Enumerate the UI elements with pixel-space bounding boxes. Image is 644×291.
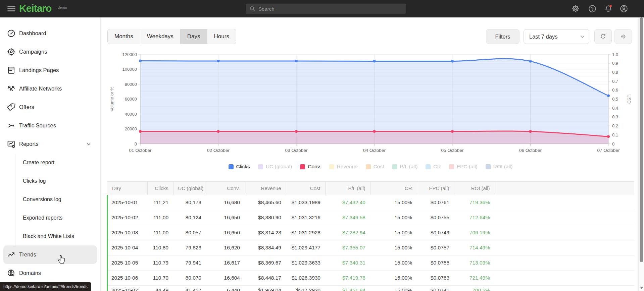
svg-text:1.0: 1.0	[612, 52, 618, 57]
sidebar-item-campaigns[interactable]: Campaigns	[0, 43, 100, 61]
scrollbar-down-arrow[interactable]	[640, 287, 643, 289]
top-bar: Keitaro demo	[0, 0, 644, 17]
logo-demo-badge: demo	[58, 5, 67, 9]
chart-settings-button[interactable]	[614, 29, 632, 44]
legend-item-uc-global[interactable]: UC (global)	[258, 164, 292, 170]
table-row: 2025-10-06110,7080,07016,604$8,448.17$1,…	[107, 271, 634, 286]
global-search[interactable]	[246, 4, 406, 14]
legend-item-revenue[interactable]: Revenue	[329, 164, 358, 170]
user-icon[interactable]	[620, 4, 628, 13]
column-header-revenue[interactable]: Revenue	[245, 182, 286, 195]
sidebar-item-landings-pages[interactable]: Landings Pages	[0, 61, 100, 79]
svg-text:06 October: 06 October	[519, 148, 542, 153]
svg-text:05 October: 05 October	[441, 148, 464, 153]
legend-label: CR	[433, 164, 441, 170]
svg-text:0.3: 0.3	[612, 114, 618, 119]
cell-cr: 15.00%	[370, 255, 417, 271]
sidebar-item-traffic-sources[interactable]: Traffic Sources	[0, 116, 100, 135]
sidebar-item-label: Exported reports	[23, 215, 62, 221]
cell-roi-all: 713.09%	[454, 255, 495, 271]
cell-cr: 15.00%	[370, 240, 417, 255]
legend-item-conv[interactable]: Conv.	[300, 164, 321, 170]
search-input[interactable]	[258, 6, 399, 12]
legend-item-p-l-all[interactable]: P/L (all)	[392, 164, 418, 170]
page-scrollbar[interactable]	[638, 17, 644, 291]
cell-revenue: $8,384.49	[245, 240, 286, 255]
filters-button[interactable]: Filters	[486, 29, 519, 44]
cell-uc-global: 80,173	[173, 195, 206, 210]
svg-text:0: 0	[612, 141, 614, 147]
cell-cr: 15.00%	[370, 195, 417, 210]
notification-dot	[609, 5, 612, 7]
legend-item-cost[interactable]: Cost	[366, 164, 384, 170]
legend-label: Cost	[374, 164, 384, 170]
chevron-down-icon[interactable]	[86, 141, 92, 149]
date-range-select[interactable]: Last 7 days	[524, 29, 589, 44]
refresh-button[interactable]	[594, 29, 612, 44]
help-icon[interactable]	[588, 4, 597, 13]
svg-text:04 October: 04 October	[363, 148, 386, 153]
cell-revenue: $8,369.67	[245, 255, 286, 271]
bell-icon[interactable]	[604, 4, 613, 13]
cell-clicks: 111,00	[147, 225, 173, 240]
table-row: 2025-10-02111,0080,12416,650$8,380.90$1,…	[107, 210, 634, 225]
column-header-epc-all[interactable]: EPC (all)	[417, 182, 454, 195]
trends-chart: 1200001000008000060000400002000001.00.90…	[107, 50, 634, 161]
cell-filler	[495, 225, 634, 240]
tab-days[interactable]: Days	[180, 29, 207, 44]
column-header-cost[interactable]: Cost	[286, 182, 325, 195]
cell-clicks: 110,70	[147, 271, 173, 286]
gear-icon[interactable]	[571, 4, 580, 13]
tab-hours[interactable]: Hours	[207, 29, 236, 44]
sidebar-item-offers[interactable]: $Offers	[0, 98, 100, 116]
cell-p-l-all: $7,419.78	[325, 271, 370, 286]
data-point	[139, 60, 142, 62]
app-logo[interactable]: Keitaro	[19, 3, 51, 14]
cell-conv: 16,604	[206, 271, 245, 286]
legend-item-roi-all[interactable]: ROI (all)	[486, 164, 513, 170]
sidebar-item-dashboard[interactable]: Dashboard	[0, 24, 100, 43]
sidebar-item-domains[interactable]: Domains	[0, 264, 100, 282]
svg-text:120000: 120000	[122, 52, 137, 57]
legend-label: P/L (all)	[400, 164, 418, 170]
column-header-conv[interactable]: Conv.	[206, 182, 245, 195]
offers-icon: $	[7, 103, 16, 112]
cell-epc-all: $0.0757	[417, 240, 454, 255]
scrollbar-thumb[interactable]	[640, 17, 643, 262]
sidebar-item-label: Clicks log	[23, 178, 46, 184]
tab-weekdays[interactable]: Weekdays	[140, 29, 180, 44]
sidebar-item-reports[interactable]: Reports	[0, 135, 100, 153]
cell-uc-global: 80,057	[173, 225, 206, 240]
svg-text:60000: 60000	[125, 97, 137, 102]
domains-icon	[7, 269, 16, 278]
column-header-roi-all[interactable]: ROI (all)	[454, 182, 495, 195]
data-point	[529, 60, 532, 63]
column-header-cr[interactable]: CR	[370, 182, 417, 195]
cell-cost: $1,031.2928	[286, 225, 325, 240]
cell-p-l-all: $7,349.58	[325, 210, 370, 225]
column-header-p-l-all[interactable]: P/L (all)	[325, 182, 370, 195]
cell-roi-all: 706.19%	[454, 225, 495, 240]
cell-roi-all: 700.5%	[454, 286, 495, 291]
cell-clicks: 44,49	[147, 286, 173, 291]
table-row: 2025-10-03111,0080,05716,650$8,314.23$1,…	[107, 225, 634, 240]
tab-months[interactable]: Months	[108, 29, 140, 44]
column-header-day[interactable]: Day	[107, 182, 147, 195]
sidebar-item-trends[interactable]: Trends	[3, 245, 97, 264]
column-header-clicks[interactable]: Clicks	[147, 182, 173, 195]
cell-p-l-all: $7,355.07	[325, 240, 370, 255]
sidebar-item-label: Dashboard	[19, 30, 46, 37]
svg-text:0.8: 0.8	[612, 70, 618, 75]
sidebar-item-affiliate-networks[interactable]: Affiliate Networks	[0, 79, 100, 98]
cell-p-l-all: $1,451.84	[325, 286, 370, 291]
column-header-uc-global[interactable]: UC (global)	[173, 182, 206, 195]
cell-cost: $1,029.3633	[286, 255, 325, 271]
dashboard-icon	[7, 29, 16, 38]
legend-item-clicks[interactable]: Clicks	[229, 164, 250, 170]
legend-item-epc-all[interactable]: EPC (all)	[449, 164, 478, 170]
hamburger-menu-icon[interactable]	[7, 6, 15, 12]
data-point	[217, 60, 220, 62]
legend-item-cr[interactable]: CR	[426, 164, 441, 170]
table-row: 2025-10-05110,7979,94116,617$8,369.67$1,…	[107, 255, 634, 271]
trends-icon	[7, 250, 16, 259]
